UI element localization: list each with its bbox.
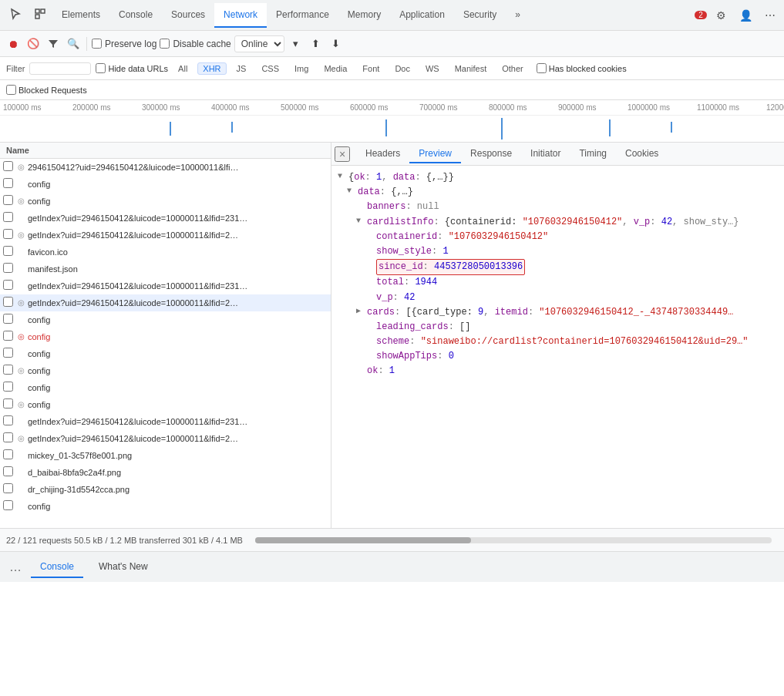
list-item-checkbox[interactable] bbox=[3, 483, 13, 493]
list-item-checkbox[interactable] bbox=[3, 280, 13, 290]
list-item[interactable]: config bbox=[0, 311, 331, 328]
tab-network[interactable]: Network bbox=[214, 3, 267, 28]
list-item[interactable]: mickey_01-3c57f8e001.png bbox=[0, 447, 331, 464]
json-toggle[interactable]: ▼ bbox=[347, 185, 358, 197]
timeline-scrollbar-thumb[interactable] bbox=[255, 537, 471, 543]
list-item-checkbox[interactable] bbox=[3, 246, 13, 256]
list-item[interactable]: config bbox=[0, 176, 331, 193]
import-button[interactable]: ⬆ bbox=[308, 35, 325, 52]
tab-console[interactable]: Console bbox=[109, 3, 162, 28]
list-item-checkbox[interactable] bbox=[3, 466, 13, 476]
filter-type-xhr[interactable]: XHR bbox=[197, 62, 226, 75]
tab-cursor[interactable] bbox=[3, 3, 28, 29]
user-button[interactable]: 👤 bbox=[735, 5, 756, 26]
has-blocked-cookies-checkbox[interactable]: Has blocked cookies bbox=[537, 63, 627, 73]
tab-security[interactable]: Security bbox=[454, 3, 506, 28]
json-toggle[interactable]: ▶ bbox=[356, 305, 367, 318]
filter-type-doc[interactable]: Doc bbox=[389, 62, 416, 75]
list-item[interactable]: config bbox=[0, 498, 331, 515]
filter-type-ws[interactable]: WS bbox=[420, 62, 445, 75]
tab-performance[interactable]: Performance bbox=[267, 3, 338, 28]
tab-response[interactable]: Response bbox=[461, 145, 521, 163]
filter-type-js[interactable]: JS bbox=[231, 62, 252, 75]
tab-sources[interactable]: Sources bbox=[162, 3, 214, 28]
tab-console-bottom[interactable]: Console bbox=[31, 556, 83, 578]
list-item[interactable]: ◎ config bbox=[0, 396, 331, 413]
list-item[interactable]: ◎ getIndex?uid=2946150412&luicode=100000… bbox=[0, 227, 331, 244]
list-item-checkbox[interactable] bbox=[3, 348, 13, 358]
list-item[interactable]: config bbox=[0, 345, 331, 362]
hide-data-urls-checkbox[interactable]: Hide data URLs bbox=[96, 63, 168, 73]
list-item[interactable]: getIndex?uid=2946150412&luicode=10000011… bbox=[0, 277, 331, 294]
filter-type-img[interactable]: Img bbox=[289, 62, 314, 75]
json-toggle[interactable]: ▼ bbox=[338, 170, 348, 183]
settings-button[interactable]: ⚙ bbox=[710, 5, 732, 26]
list-item[interactable]: favicon.ico bbox=[0, 244, 331, 261]
more-button[interactable]: ⋯ bbox=[759, 5, 781, 26]
blocked-requests-checkbox[interactable]: Blocked Requests bbox=[6, 85, 87, 95]
filter-type-media[interactable]: Media bbox=[318, 62, 352, 75]
list-item[interactable]: manifest.json bbox=[0, 261, 331, 277]
filter-button[interactable] bbox=[45, 35, 62, 52]
throttle-select[interactable]: Online bbox=[234, 35, 284, 52]
list-item-selected[interactable]: ◎ getIndex?uid=2946150412&luicode=100000… bbox=[0, 294, 331, 311]
filter-input[interactable] bbox=[29, 62, 91, 75]
list-item[interactable]: getIndex?uid=2946150412&luicode=10000011… bbox=[0, 210, 331, 227]
json-toggle[interactable]: ▼ bbox=[356, 215, 367, 227]
list-item[interactable]: config bbox=[0, 379, 331, 396]
list-item-checkbox[interactable] bbox=[3, 314, 13, 324]
list-item[interactable]: ◎ getIndex?uid=2946150412&luicode=100000… bbox=[0, 430, 331, 447]
list-item-checkbox[interactable] bbox=[3, 449, 13, 459]
list-item-checkbox[interactable] bbox=[3, 178, 13, 188]
tab-cookies[interactable]: Cookies bbox=[616, 145, 668, 163]
list-item-checkbox[interactable] bbox=[3, 331, 13, 341]
preserve-log-checkbox[interactable]: Preserve log bbox=[92, 39, 156, 49]
disable-cache-checkbox[interactable]: Disable cache bbox=[160, 39, 230, 49]
filter-type-other[interactable]: Other bbox=[496, 62, 529, 75]
timeline-scrollbar[interactable] bbox=[255, 537, 772, 543]
list-item-checkbox[interactable] bbox=[3, 382, 13, 392]
tab-inspector[interactable] bbox=[28, 3, 52, 29]
close-button[interactable]: × bbox=[335, 146, 350, 162]
clear-button[interactable]: 🚫 bbox=[25, 35, 42, 52]
list-item[interactable]: ◎ config bbox=[0, 193, 331, 210]
tab-headers[interactable]: Headers bbox=[356, 145, 409, 163]
list-item-checkbox[interactable] bbox=[3, 398, 13, 409]
list-item-checkbox[interactable] bbox=[3, 432, 13, 442]
throttle-arrow[interactable]: ▾ bbox=[288, 35, 305, 52]
list-item-checkbox[interactable] bbox=[3, 212, 13, 222]
list-item[interactable]: ◎ 2946150412?uid=2946150412&luicode=1000… bbox=[0, 159, 331, 176]
filter-type-manifest[interactable]: Manifest bbox=[449, 62, 493, 75]
tab-whats-new[interactable]: What's New bbox=[89, 556, 157, 578]
list-item-checkbox[interactable] bbox=[3, 161, 13, 171]
filter-type-all[interactable]: All bbox=[173, 62, 193, 75]
tab-timing[interactable]: Timing bbox=[570, 145, 616, 163]
list-item-checkbox[interactable] bbox=[3, 229, 13, 239]
list-item[interactable]: dr_chijing-31d5542cca.png bbox=[0, 481, 331, 498]
filter-type-font[interactable]: Font bbox=[357, 62, 385, 75]
search-button[interactable]: 🔍 bbox=[65, 35, 82, 52]
tab-application[interactable]: Application bbox=[390, 3, 454, 28]
list-item[interactable]: ◎ config bbox=[0, 362, 331, 379]
has-blocked-cookies-input[interactable] bbox=[537, 63, 547, 73]
list-item-checkbox[interactable] bbox=[3, 365, 13, 375]
list-item[interactable]: getIndex?uid=2946150412&luicode=10000011… bbox=[0, 413, 331, 430]
export-button[interactable]: ⬇ bbox=[328, 35, 345, 52]
list-item[interactable]: d_baibai-8bfa9c2a4f.png bbox=[0, 464, 331, 481]
hide-data-urls-input[interactable] bbox=[96, 63, 106, 73]
preserve-log-input[interactable] bbox=[92, 39, 102, 49]
list-item-checkbox[interactable] bbox=[3, 263, 13, 273]
tab-more[interactable]: » bbox=[506, 3, 530, 28]
bottom-dots[interactable]: … bbox=[6, 558, 25, 577]
record-button[interactable]: ⏺ bbox=[5, 35, 22, 52]
tab-preview[interactable]: Preview bbox=[409, 145, 461, 163]
filter-type-css[interactable]: CSS bbox=[256, 62, 284, 75]
list-item-checkbox[interactable] bbox=[3, 195, 13, 205]
disable-cache-input[interactable] bbox=[160, 39, 170, 49]
list-item-checkbox[interactable] bbox=[3, 297, 13, 307]
blocked-requests-input[interactable] bbox=[6, 85, 16, 95]
list-item[interactable]: ◎ config bbox=[0, 328, 331, 345]
tab-initiator[interactable]: Initiator bbox=[521, 145, 570, 163]
list-item-checkbox[interactable] bbox=[3, 415, 13, 425]
list-item-checkbox[interactable] bbox=[3, 500, 13, 510]
